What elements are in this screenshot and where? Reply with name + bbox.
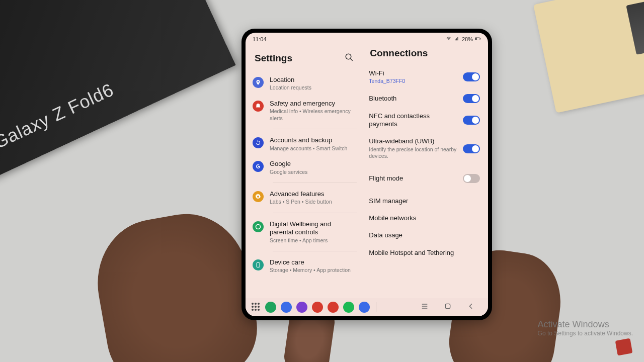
dock-app-instagram[interactable] (328, 302, 339, 313)
section-divider (273, 251, 357, 251)
settings-item-title: Accounts and backup (270, 136, 355, 144)
left-hand (88, 204, 265, 362)
screen: 11:04 28% Settings (246, 33, 488, 316)
settings-item-device[interactable]: Device careStorage • Memory • App protec… (251, 254, 357, 278)
toggle-switch[interactable] (463, 72, 480, 81)
connections-item-title: Wi-Fi (369, 69, 458, 77)
connections-item-sub: Identify the precise location of nearby … (369, 146, 458, 160)
dock-app-viber[interactable] (296, 302, 307, 313)
app-drawer-icon[interactable] (252, 303, 261, 312)
settings-item-location[interactable]: LocationLocation requests (251, 72, 357, 96)
settings-item-title: Device care (270, 258, 355, 266)
settings-item-sub: Google services (270, 169, 355, 176)
corner-badge (615, 338, 633, 356)
connections-item-title: Data usage (369, 231, 480, 239)
section-gap (366, 164, 483, 169)
search-icon[interactable] (345, 53, 354, 64)
google-icon (253, 161, 264, 172)
content-split: Settings LocationLocation requestsSafety… (246, 46, 488, 298)
device-icon (253, 259, 264, 270)
alert-icon (253, 101, 264, 112)
settings-item-sub: Labs • S Pen • Side button (270, 199, 355, 206)
svg-rect-1 (475, 38, 477, 40)
settings-item-alert[interactable]: Safety and emergencyMedical info • Wirel… (251, 96, 357, 126)
hinge-prop (626, 2, 644, 55)
settings-item-title: Digital Wellbeing and parental controls (270, 220, 355, 237)
settings-item-sub: Screen time • App timers (270, 237, 355, 244)
settings-list: LocationLocation requestsSafety and emer… (251, 72, 357, 278)
settings-item-title: Location (270, 76, 355, 84)
device-box-prop: Galaxy Z Fold6 (0, 0, 236, 180)
watermark-title: Activate Windows (538, 319, 633, 330)
settings-item-gear[interactable]: Advanced featuresLabs • S Pen • Side but… (251, 186, 357, 210)
section-gap (366, 188, 483, 193)
toggle-switch[interactable] (463, 144, 480, 153)
settings-item-title: Google (270, 160, 355, 168)
tablet-device: 11:04 28% Settings (242, 29, 492, 320)
svg-line-4 (351, 58, 353, 61)
sync-icon (253, 137, 264, 148)
toggle-switch[interactable] (463, 174, 480, 183)
svg-point-7 (258, 266, 259, 267)
nav-bar (246, 298, 488, 316)
connections-item[interactable]: Mobile Hotspot and Tethering (366, 244, 483, 261)
dock-app-spotify[interactable] (343, 302, 354, 313)
location-icon (253, 77, 264, 88)
settings-item-sync[interactable]: Accounts and backupManage accounts • Sma… (251, 132, 357, 156)
settings-item-google[interactable]: GoogleGoogle services (251, 156, 357, 179)
connections-item-title: Ultra-wideband (UWB) (369, 137, 458, 145)
section-divider (273, 183, 357, 183)
toggle-switch[interactable] (463, 94, 480, 103)
status-time: 11:04 (253, 36, 267, 42)
svg-point-3 (346, 54, 352, 59)
connections-list: Wi-FiTenda_B73FF0BluetoothNFC and contac… (366, 65, 483, 261)
settings-item-sub: Manage accounts • Smart Switch (270, 145, 355, 152)
section-divider (273, 129, 357, 129)
wifi-icon (446, 36, 452, 42)
connections-item-title: NFC and contactless payments (369, 112, 458, 129)
dock-app-messages[interactable] (281, 302, 292, 313)
back-button[interactable] (467, 302, 475, 312)
connections-item[interactable]: Mobile networks (366, 210, 483, 227)
nav-divider (376, 302, 376, 312)
connections-item[interactable]: Flight mode (366, 169, 483, 188)
settings-left-pane: Settings LocationLocation requestsSafety… (246, 46, 362, 298)
gear-icon (253, 191, 264, 202)
connections-item-sub: Tenda_B73FF0 (369, 78, 458, 85)
home-button[interactable] (444, 302, 452, 312)
connections-item[interactable]: SIM manager (366, 193, 483, 210)
connections-title: Connections (366, 48, 483, 65)
battery-icon (475, 36, 481, 42)
recents-button[interactable] (421, 302, 429, 312)
connections-item-title: Mobile networks (369, 214, 480, 222)
signal-icon (454, 36, 460, 42)
connections-item[interactable]: Data usage (366, 227, 483, 244)
wellbeing-icon (253, 221, 264, 232)
svg-rect-11 (445, 304, 450, 308)
settings-item-sub: Storage • Memory • App protection (270, 267, 355, 274)
connections-item-title: SIM manager (369, 197, 480, 205)
dock-app-phone[interactable] (265, 302, 276, 313)
watermark-sub: Go to Settings to activate Windows. (538, 330, 633, 337)
section-divider (273, 213, 357, 213)
connections-item[interactable]: Wi-FiTenda_B73FF0 (366, 65, 483, 89)
connections-item[interactable]: Ultra-wideband (UWB)Identify the precise… (366, 133, 483, 164)
connections-right-pane: Connections Wi-FiTenda_B73FF0BluetoothNF… (362, 46, 488, 298)
settings-title: Settings (255, 53, 292, 64)
svg-rect-2 (480, 38, 480, 40)
connections-item-title: Flight mode (369, 174, 458, 183)
toggle-switch[interactable] (463, 116, 480, 125)
settings-item-sub: Medical info • Wireless emergency alerts (270, 108, 355, 122)
dock-app-shazam[interactable] (359, 302, 370, 313)
settings-header: Settings (251, 50, 357, 72)
connections-item[interactable]: NFC and contactless payments (366, 108, 483, 133)
connections-item-title: Bluetooth (369, 95, 458, 103)
dock-app-emergency[interactable] (312, 302, 323, 313)
dock-apps (252, 302, 370, 313)
settings-item-wellbeing[interactable]: Digital Wellbeing and parental controlsS… (251, 216, 357, 248)
system-nav (421, 302, 482, 312)
settings-item-title: Advanced features (270, 190, 355, 198)
connections-item[interactable]: Bluetooth (366, 89, 483, 108)
box-label: Galaxy Z Fold6 (0, 79, 117, 153)
windows-watermark: Activate Windows Go to Settings to activ… (538, 319, 633, 337)
